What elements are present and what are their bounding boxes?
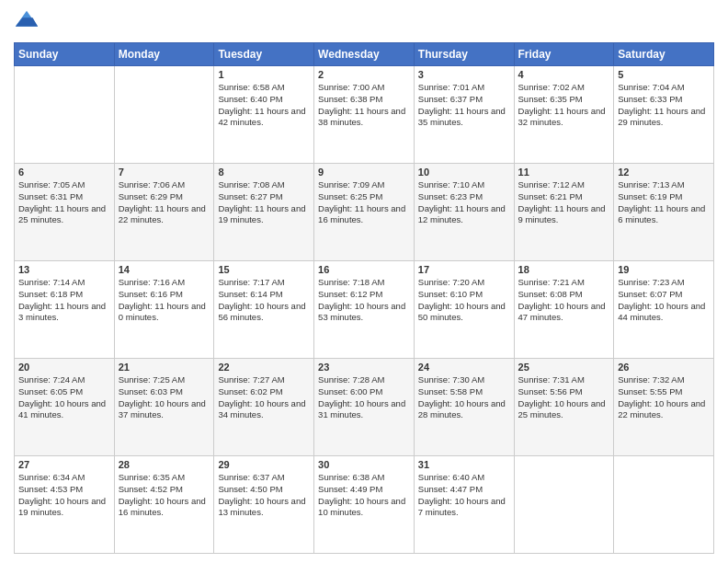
calendar-cell: 8 Sunrise: 7:08 AMSunset: 6:27 PMDayligh… <box>214 164 314 261</box>
day-number: 8 <box>218 167 310 178</box>
day-number: 29 <box>218 459 310 470</box>
day-info: Sunrise: 7:06 AMSunset: 6:29 PMDaylight:… <box>119 179 210 226</box>
day-number: 22 <box>218 362 310 373</box>
calendar-cell: 21 Sunrise: 7:25 AMSunset: 6:03 PMDaylig… <box>114 359 214 456</box>
day-number: 14 <box>119 264 210 275</box>
logo <box>14 9 43 35</box>
day-number: 17 <box>418 264 510 275</box>
day-info: Sunrise: 7:08 AMSunset: 6:27 PMDaylight:… <box>218 179 310 226</box>
day-info: Sunrise: 7:18 AMSunset: 6:12 PMDaylight:… <box>318 277 410 324</box>
calendar-cell <box>614 456 714 554</box>
day-info: Sunrise: 7:02 AMSunset: 6:35 PMDaylight:… <box>518 82 610 129</box>
week-row-4: 27 Sunrise: 6:34 AMSunset: 4:53 PMDaylig… <box>15 456 714 554</box>
calendar-cell: 17 Sunrise: 7:20 AMSunset: 6:10 PMDaylig… <box>414 261 514 359</box>
calendar-cell <box>114 66 214 164</box>
day-number: 16 <box>318 264 410 275</box>
calendar-cell: 30 Sunrise: 6:38 AMSunset: 4:49 PMDaylig… <box>314 456 415 554</box>
calendar-cell: 3 Sunrise: 7:01 AMSunset: 6:37 PMDayligh… <box>414 66 514 164</box>
day-info: Sunrise: 7:23 AMSunset: 6:07 PMDaylight:… <box>618 277 710 324</box>
calendar-cell: 5 Sunrise: 7:04 AMSunset: 6:33 PMDayligh… <box>614 66 714 164</box>
day-info: Sunrise: 7:04 AMSunset: 6:33 PMDaylight:… <box>618 82 710 129</box>
day-info: Sunrise: 7:12 AMSunset: 6:21 PMDaylight:… <box>518 179 610 226</box>
day-info: Sunrise: 7:01 AMSunset: 6:37 PMDaylight:… <box>418 82 510 129</box>
day-info: Sunrise: 6:38 AMSunset: 4:49 PMDaylight:… <box>318 472 410 519</box>
day-number: 25 <box>518 362 610 373</box>
day-number: 31 <box>418 459 510 470</box>
calendar-cell: 19 Sunrise: 7:23 AMSunset: 6:07 PMDaylig… <box>614 261 714 359</box>
calendar-cell: 13 Sunrise: 7:14 AMSunset: 6:18 PMDaylig… <box>15 261 115 359</box>
day-number: 24 <box>418 362 510 373</box>
header <box>14 9 714 35</box>
day-number: 5 <box>618 69 710 80</box>
page: SundayMondayTuesdayWednesdayThursdayFrid… <box>0 0 728 563</box>
calendar-cell: 20 Sunrise: 7:24 AMSunset: 6:05 PMDaylig… <box>15 359 115 456</box>
day-number: 23 <box>318 362 410 373</box>
calendar-cell: 14 Sunrise: 7:16 AMSunset: 6:16 PMDaylig… <box>114 261 214 359</box>
weekday-header-monday: Monday <box>114 43 214 66</box>
calendar-cell: 23 Sunrise: 7:28 AMSunset: 6:00 PMDaylig… <box>314 359 415 456</box>
calendar-cell: 31 Sunrise: 6:40 AMSunset: 4:47 PMDaylig… <box>414 456 514 554</box>
day-info: Sunrise: 7:27 AMSunset: 6:02 PMDaylight:… <box>218 374 310 421</box>
calendar-cell: 25 Sunrise: 7:31 AMSunset: 5:56 PMDaylig… <box>514 359 614 456</box>
day-info: Sunrise: 6:37 AMSunset: 4:50 PMDaylight:… <box>218 472 310 519</box>
calendar-cell: 18 Sunrise: 7:21 AMSunset: 6:08 PMDaylig… <box>514 261 614 359</box>
weekday-header-thursday: Thursday <box>414 43 514 66</box>
week-row-3: 20 Sunrise: 7:24 AMSunset: 6:05 PMDaylig… <box>15 359 714 456</box>
day-number: 1 <box>218 69 310 80</box>
day-number: 7 <box>119 167 210 178</box>
day-info: Sunrise: 7:28 AMSunset: 6:00 PMDaylight:… <box>318 374 410 421</box>
day-info: Sunrise: 7:31 AMSunset: 5:56 PMDaylight:… <box>518 374 610 421</box>
day-info: Sunrise: 7:16 AMSunset: 6:16 PMDaylight:… <box>119 277 210 324</box>
calendar-cell: 9 Sunrise: 7:09 AMSunset: 6:25 PMDayligh… <box>314 164 415 261</box>
day-info: Sunrise: 7:00 AMSunset: 6:38 PMDaylight:… <box>318 82 410 129</box>
calendar-cell: 11 Sunrise: 7:12 AMSunset: 6:21 PMDaylig… <box>514 164 614 261</box>
weekday-header-tuesday: Tuesday <box>214 43 314 66</box>
weekday-header-row: SundayMondayTuesdayWednesdayThursdayFrid… <box>15 43 714 66</box>
calendar-cell: 6 Sunrise: 7:05 AMSunset: 6:31 PMDayligh… <box>15 164 115 261</box>
calendar-cell <box>514 456 614 554</box>
calendar-cell: 15 Sunrise: 7:17 AMSunset: 6:14 PMDaylig… <box>214 261 314 359</box>
day-info: Sunrise: 6:35 AMSunset: 4:52 PMDaylight:… <box>119 472 210 519</box>
day-info: Sunrise: 7:21 AMSunset: 6:08 PMDaylight:… <box>518 277 610 324</box>
day-number: 13 <box>18 264 110 275</box>
calendar-cell: 22 Sunrise: 7:27 AMSunset: 6:02 PMDaylig… <box>214 359 314 456</box>
day-number: 27 <box>18 459 110 470</box>
day-info: Sunrise: 7:32 AMSunset: 5:55 PMDaylight:… <box>618 374 710 421</box>
calendar-cell: 27 Sunrise: 6:34 AMSunset: 4:53 PMDaylig… <box>15 456 115 554</box>
day-info: Sunrise: 7:05 AMSunset: 6:31 PMDaylight:… <box>18 179 110 226</box>
calendar-cell: 2 Sunrise: 7:00 AMSunset: 6:38 PMDayligh… <box>314 66 415 164</box>
day-number: 9 <box>318 167 410 178</box>
day-number: 3 <box>418 69 510 80</box>
day-info: Sunrise: 7:13 AMSunset: 6:19 PMDaylight:… <box>618 179 710 226</box>
calendar-cell: 28 Sunrise: 6:35 AMSunset: 4:52 PMDaylig… <box>114 456 214 554</box>
day-info: Sunrise: 6:34 AMSunset: 4:53 PMDaylight:… <box>18 472 110 519</box>
week-row-1: 6 Sunrise: 7:05 AMSunset: 6:31 PMDayligh… <box>15 164 714 261</box>
calendar-cell: 24 Sunrise: 7:30 AMSunset: 5:58 PMDaylig… <box>414 359 514 456</box>
day-number: 15 <box>218 264 310 275</box>
day-number: 2 <box>318 69 410 80</box>
calendar-cell: 16 Sunrise: 7:18 AMSunset: 6:12 PMDaylig… <box>314 261 415 359</box>
weekday-header-sunday: Sunday <box>15 43 115 66</box>
day-info: Sunrise: 6:40 AMSunset: 4:47 PMDaylight:… <box>418 472 510 519</box>
day-info: Sunrise: 7:25 AMSunset: 6:03 PMDaylight:… <box>119 374 210 421</box>
day-info: Sunrise: 7:30 AMSunset: 5:58 PMDaylight:… <box>418 374 510 421</box>
day-number: 26 <box>618 362 710 373</box>
calendar-cell: 29 Sunrise: 6:37 AMSunset: 4:50 PMDaylig… <box>214 456 314 554</box>
day-info: Sunrise: 6:58 AMSunset: 6:40 PMDaylight:… <box>218 82 310 129</box>
week-row-0: 1 Sunrise: 6:58 AMSunset: 6:40 PMDayligh… <box>15 66 714 164</box>
day-number: 30 <box>318 459 410 470</box>
weekday-header-wednesday: Wednesday <box>314 43 415 66</box>
day-number: 18 <box>518 264 610 275</box>
day-info: Sunrise: 7:09 AMSunset: 6:25 PMDaylight:… <box>318 179 410 226</box>
weekday-header-saturday: Saturday <box>614 43 714 66</box>
day-number: 21 <box>119 362 210 373</box>
calendar-table: SundayMondayTuesdayWednesdayThursdayFrid… <box>14 42 714 554</box>
day-number: 19 <box>618 264 710 275</box>
calendar-cell <box>15 66 115 164</box>
calendar-cell: 4 Sunrise: 7:02 AMSunset: 6:35 PMDayligh… <box>514 66 614 164</box>
day-number: 4 <box>518 69 610 80</box>
day-info: Sunrise: 7:17 AMSunset: 6:14 PMDaylight:… <box>218 277 310 324</box>
weekday-header-friday: Friday <box>514 43 614 66</box>
calendar-cell: 12 Sunrise: 7:13 AMSunset: 6:19 PMDaylig… <box>614 164 714 261</box>
week-row-2: 13 Sunrise: 7:14 AMSunset: 6:18 PMDaylig… <box>15 261 714 359</box>
